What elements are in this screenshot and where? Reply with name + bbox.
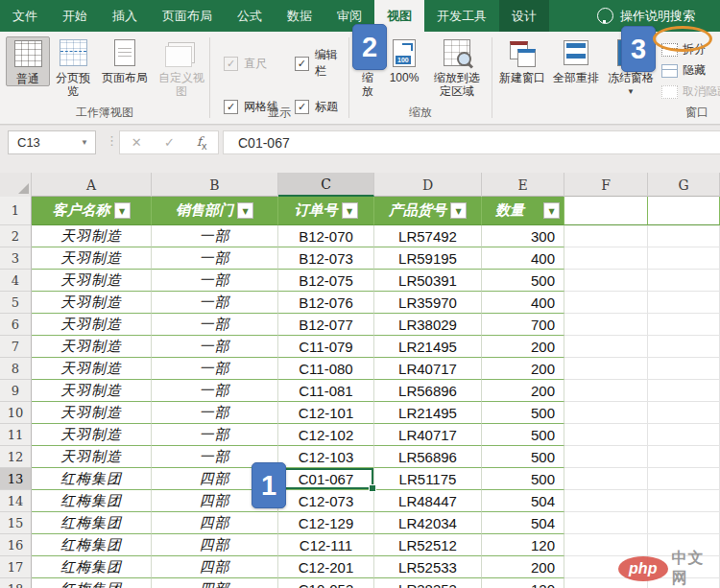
insert-function-button[interactable]: fx	[197, 134, 206, 152]
cell[interactable]: 红梅集团	[32, 534, 152, 556]
cell[interactable]	[564, 314, 648, 336]
cell[interactable]: LR56896	[374, 380, 482, 402]
cell[interactable]: C10-053	[278, 578, 374, 588]
cell[interactable]: 500	[482, 446, 564, 468]
arrange-all-button[interactable]: 全部重排	[550, 36, 602, 84]
cell[interactable]	[564, 225, 648, 247]
cell[interactable]: 天羽制造	[32, 336, 152, 358]
row-header[interactable]: 13	[0, 468, 32, 490]
header-cell-qty[interactable]: 数量 ▼	[482, 197, 564, 225]
row-header[interactable]: 18	[0, 578, 32, 588]
cell[interactable]: 500	[482, 402, 564, 424]
cell[interactable]: C12-201	[278, 556, 374, 578]
cell[interactable]	[648, 402, 720, 424]
cell[interactable]: 四部	[152, 578, 278, 588]
ribbon-tab-2[interactable]: 插入	[100, 0, 150, 32]
cell[interactable]: LR38353	[374, 578, 482, 588]
cell[interactable]	[564, 358, 648, 380]
cell[interactable]: B12-076	[278, 292, 374, 314]
cell[interactable]	[564, 446, 648, 468]
cell[interactable]: LR59195	[374, 247, 482, 270]
cell[interactable]	[648, 225, 720, 247]
cell[interactable]: C11-081	[278, 380, 374, 402]
cell[interactable]: 红梅集团	[32, 512, 152, 534]
cell[interactable]: 天羽制造	[32, 358, 152, 380]
ribbon-tab-4[interactable]: 公式	[225, 0, 275, 32]
filter-dropdown-button[interactable]: ▼	[342, 202, 358, 219]
cell[interactable]	[648, 197, 720, 225]
cell[interactable]	[564, 512, 648, 534]
column-header-d[interactable]: D	[374, 173, 482, 197]
filter-dropdown-button[interactable]: ▼	[237, 202, 253, 219]
ribbon-tab-0[interactable]: 文件	[0, 0, 50, 32]
cell[interactable]: 一部	[152, 336, 278, 358]
cell[interactable]	[648, 247, 720, 270]
cell[interactable]: 一部	[152, 424, 278, 446]
cell[interactable]: 一部	[152, 402, 278, 424]
row-header[interactable]: 14	[0, 490, 32, 512]
cell[interactable]: C12-129	[278, 512, 374, 534]
cell[interactable]	[648, 446, 720, 468]
cell[interactable]: B12-073	[278, 247, 374, 270]
cell[interactable]: 200	[482, 556, 564, 578]
cell[interactable]	[648, 314, 720, 336]
cell[interactable]: LR57492	[374, 225, 482, 247]
ruler-checkbox[interactable]: ✓ 直尺	[224, 47, 295, 80]
cell[interactable]: C12-111	[278, 534, 374, 556]
cell[interactable]: C12-103	[278, 446, 374, 468]
row-header[interactable]: 10	[0, 402, 32, 424]
cell[interactable]	[648, 468, 720, 490]
cell[interactable]: B12-070	[278, 225, 374, 247]
page-layout-view-button[interactable]: 页面布局	[96, 36, 154, 84]
cell[interactable]: 120	[482, 534, 564, 556]
cell[interactable]: 天羽制造	[32, 292, 152, 314]
cell[interactable]: 天羽制造	[32, 446, 152, 468]
cell[interactable]: C12-102	[278, 424, 374, 446]
column-header-b[interactable]: B	[152, 173, 278, 197]
cell[interactable]: 红梅集团	[32, 556, 152, 578]
cell[interactable]	[648, 270, 720, 292]
cell[interactable]: 500	[482, 468, 564, 490]
cell[interactable]: 一部	[152, 225, 278, 247]
cell[interactable]: 一部	[152, 380, 278, 402]
cell[interactable]	[648, 292, 720, 314]
cell[interactable]: 504	[482, 490, 564, 512]
row-header[interactable]: 11	[0, 424, 32, 446]
cell[interactable]: B12-077	[278, 314, 374, 336]
cell[interactable]: 一部	[152, 358, 278, 380]
cell[interactable]: 红梅集团	[32, 490, 152, 512]
cell[interactable]: C11-080	[278, 358, 374, 380]
cell[interactable]: LR52512	[374, 534, 482, 556]
zoom-to-selection-button[interactable]: 缩放到选定区域	[426, 36, 488, 98]
page-break-preview-button[interactable]: 分页预览	[52, 36, 94, 98]
cell[interactable]	[564, 270, 648, 292]
cell[interactable]: LR52533	[374, 556, 482, 578]
row-header[interactable]: 3	[0, 247, 32, 270]
row-header[interactable]: 1	[0, 197, 32, 225]
row-header[interactable]: 12	[0, 446, 32, 468]
new-window-button[interactable]: 新建窗口	[496, 36, 548, 84]
cell[interactable]: 400	[482, 247, 564, 270]
column-header-a[interactable]: A	[32, 173, 152, 197]
ribbon-tab-3[interactable]: 页面布局	[150, 0, 225, 32]
cell[interactable]	[648, 380, 720, 402]
cell[interactable]	[564, 336, 648, 358]
cell[interactable]: 400	[482, 292, 564, 314]
ribbon-tab-8[interactable]: 开发工具	[424, 0, 499, 32]
cell[interactable]: C11-079	[278, 336, 374, 358]
cell[interactable]: 一部	[152, 292, 278, 314]
cell[interactable]: 200	[482, 380, 564, 402]
cell[interactable]	[564, 380, 648, 402]
column-header-c[interactable]: C	[278, 173, 374, 197]
cell[interactable]: LR40717	[374, 358, 482, 380]
cell[interactable]: 天羽制造	[32, 270, 152, 292]
cell[interactable]: 200	[482, 336, 564, 358]
name-box[interactable]: C13 ▼	[8, 130, 96, 154]
selected-cell[interactable]: C01-067	[278, 468, 374, 490]
cell[interactable]: 504	[482, 512, 564, 534]
ribbon-tab-1[interactable]: 开始	[50, 0, 100, 32]
unhide-button[interactable]: 取消隐藏	[661, 83, 720, 100]
cell[interactable]	[564, 197, 648, 225]
row-header[interactable]: 2	[0, 225, 32, 247]
cancel-button[interactable]: ✕	[132, 135, 142, 150]
